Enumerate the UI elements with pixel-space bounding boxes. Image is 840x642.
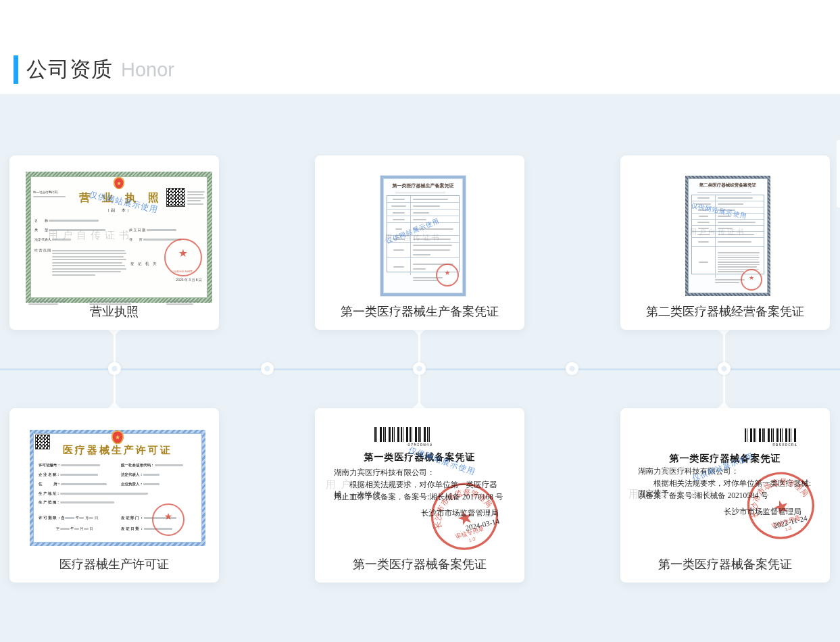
issuing-authority-seal: ★ bbox=[152, 503, 184, 536]
authority-seal: 长沙市市场监督管理局 ★ 审核专用章 1-3 bbox=[737, 462, 826, 553]
certificate-title: 第一类医疗器械备案凭证 bbox=[315, 451, 524, 464]
card-caption: 第一类医疗器械备案凭证 bbox=[620, 556, 830, 572]
certificate-title: 第一类医疗器械生产备案凭证 bbox=[383, 182, 463, 189]
filing-seal: ★ bbox=[741, 269, 762, 291]
partial-next-card-edge bbox=[837, 140, 840, 207]
barcode-code: 07MION48 bbox=[374, 443, 433, 447]
qr-code-icon bbox=[167, 189, 184, 206]
card-caption: 第一类医疗器械生产备案凭证 bbox=[315, 303, 524, 320]
card-pointer-down bbox=[413, 330, 425, 336]
card-caption: 第一类医疗器械备案凭证 bbox=[315, 556, 524, 572]
certificate-card-class1-filing-2[interactable]: RBSXOCR1 第一类医疗器械备案凭证 湖南力宾医疗科技有限公司： 根据相关法… bbox=[620, 408, 830, 583]
section-title-en: Honor bbox=[121, 59, 174, 81]
field-name: 名 称 bbox=[34, 218, 99, 222]
company-line: 湖南力宾医疗科技有限公司： bbox=[638, 466, 739, 476]
license-title: 医疗器械生产许可证 bbox=[33, 444, 202, 457]
timeline-node bbox=[108, 362, 121, 375]
timeline-node bbox=[413, 362, 426, 375]
timeline-node bbox=[566, 362, 578, 375]
timeline-node bbox=[718, 362, 731, 375]
card-pointer-up bbox=[108, 402, 120, 408]
card-caption: 第二类医疗器械经营备案凭证 bbox=[620, 303, 830, 320]
production-license-image: ★ 医疗器械生产许可证 许可证编号： 统一社会信用代码： 企 业 名 称： 法定… bbox=[30, 430, 205, 546]
card-pointer-down bbox=[108, 330, 120, 336]
card-caption: 医疗器械生产许可证 bbox=[9, 556, 219, 572]
registrar-label: 登 记 机 关 bbox=[130, 262, 158, 266]
section-header: 公司资质 Honor bbox=[14, 55, 174, 84]
star-icon: ★ bbox=[454, 505, 476, 530]
business-license-image: ★ 统一社会信用代码 营 业 执 照 （副 本） 名 称 类 型 法定代表人 成… bbox=[26, 172, 212, 303]
star-icon: ★ bbox=[770, 495, 792, 519]
svg-text:1-3: 1-3 bbox=[785, 525, 793, 532]
license-subtitle: （副 本） bbox=[30, 207, 207, 214]
record-certificate-image: 第一类医疗器械生产备案凭证 ★ 仅供网站展示使用 用户自传证书 bbox=[380, 176, 466, 296]
company-line: 湖南力宾医疗科技有限公司： bbox=[334, 468, 435, 478]
card-pointer-up bbox=[413, 402, 425, 408]
redacted-filing-number bbox=[395, 191, 445, 195]
issue-date: 2023 年 3 月 8 日 bbox=[176, 278, 202, 282]
filing-seal: ★ bbox=[436, 264, 459, 287]
redacted-text-lines bbox=[187, 189, 206, 206]
registrar-seal: ★ 行政审批专用章 bbox=[164, 239, 202, 276]
certificate-card-business-license[interactable]: ★ 统一社会信用代码 营 业 执 照 （副 本） 名 称 类 型 法定代表人 成… bbox=[9, 155, 219, 330]
redacted-filing-number bbox=[697, 190, 751, 195]
company-honor-page: 公司资质 Honor ★ 统一社会信用代码 营 业 执 照 （副 本） bbox=[0, 0, 840, 642]
certificate-table bbox=[387, 195, 460, 272]
svg-text:1-3: 1-3 bbox=[468, 536, 476, 543]
barcode bbox=[374, 427, 433, 442]
card-pointer-up bbox=[718, 402, 730, 408]
barcode bbox=[745, 428, 797, 442]
certificate-card-class1-production-record[interactable]: 第一类医疗器械生产备案凭证 ★ 仅供网站展示使用 用户自传证书 bbox=[315, 155, 524, 330]
card-pointer-down bbox=[718, 330, 730, 336]
barcode-code: RBSXOCR1 bbox=[745, 443, 797, 447]
certificate-card-class1-filing-1[interactable]: 07MION48 第一类医疗器械备案凭证 湖南力宾医疗科技有限公司： 根据相关法… bbox=[315, 408, 524, 583]
certificate-card-production-license[interactable]: ★ 医疗器械生产许可证 许可证编号： 统一社会信用代码： 企 业 名 称： 法定… bbox=[9, 408, 219, 583]
timeline-node bbox=[261, 362, 274, 375]
certificate-title: 第二类医疗器械经营备案凭证 bbox=[688, 182, 768, 189]
field-establish-date: 成 立 日 期 bbox=[129, 228, 176, 232]
field-legal-rep: 法定代表人 bbox=[34, 237, 71, 241]
field-type: 类 型 bbox=[34, 228, 105, 232]
accent-bar bbox=[14, 55, 18, 84]
record-certificate-image: 第二类医疗器械经营备案凭证 bbox=[685, 176, 770, 296]
national-emblem-icon: ★ bbox=[112, 430, 124, 444]
field-business-scope: 经 营 范 围 bbox=[34, 248, 51, 252]
certificate-card-class2-business-record[interactable]: 第二类医疗器械经营备案凭证 bbox=[620, 155, 830, 330]
national-emblem-icon: ★ bbox=[114, 177, 124, 189]
section-title-zh: 公司资质 bbox=[26, 55, 113, 84]
certificate-table bbox=[691, 195, 764, 274]
redacted-scope-paragraph bbox=[52, 248, 126, 277]
card-caption: 营业执照 bbox=[9, 303, 219, 320]
